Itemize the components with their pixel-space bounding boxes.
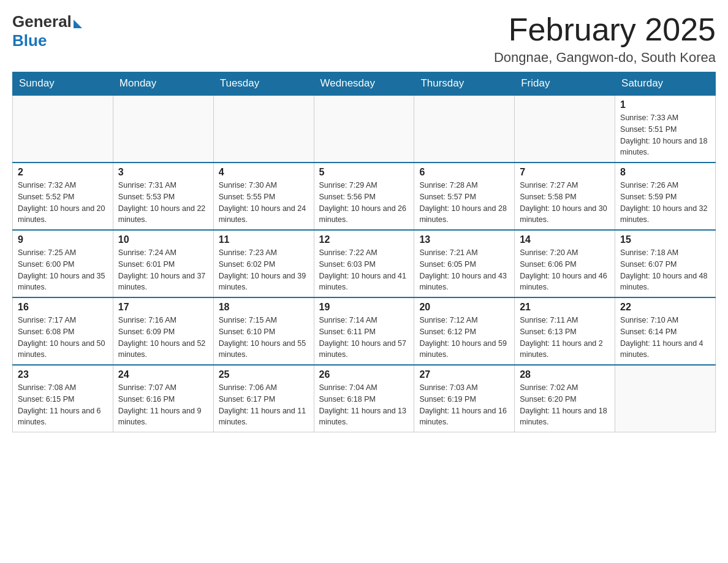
day-number: 3 — [118, 167, 208, 178]
day-info: Sunrise: 7:07 AMSunset: 6:16 PMDaylight:… — [118, 382, 208, 428]
calendar-week-row: 1Sunrise: 7:33 AMSunset: 5:51 PMDaylight… — [13, 95, 716, 163]
calendar-cell: 13Sunrise: 7:21 AMSunset: 6:05 PMDayligh… — [414, 230, 515, 297]
day-info: Sunrise: 7:26 AMSunset: 5:59 PMDaylight:… — [620, 180, 710, 226]
day-info: Sunrise: 7:20 AMSunset: 6:06 PMDaylight:… — [520, 247, 610, 293]
day-of-week-header: Saturday — [615, 72, 716, 96]
calendar-cell — [213, 95, 314, 163]
day-info: Sunrise: 7:30 AMSunset: 5:55 PMDaylight:… — [219, 180, 309, 226]
calendar-cell: 4Sunrise: 7:30 AMSunset: 5:55 PMDaylight… — [213, 163, 314, 230]
day-info: Sunrise: 7:17 AMSunset: 6:08 PMDaylight:… — [18, 315, 108, 361]
day-number: 2 — [18, 167, 108, 178]
calendar-week-row: 2Sunrise: 7:32 AMSunset: 5:52 PMDaylight… — [13, 163, 716, 230]
day-info: Sunrise: 7:04 AMSunset: 6:18 PMDaylight:… — [319, 382, 409, 428]
day-number: 17 — [118, 302, 208, 313]
calendar-cell: 15Sunrise: 7:18 AMSunset: 6:07 PMDayligh… — [615, 230, 716, 297]
calendar-cell: 26Sunrise: 7:04 AMSunset: 6:18 PMDayligh… — [314, 365, 414, 432]
day-info: Sunrise: 7:15 AMSunset: 6:10 PMDaylight:… — [219, 315, 309, 361]
month-title: February 2025 — [494, 12, 716, 47]
day-info: Sunrise: 7:08 AMSunset: 6:15 PMDaylight:… — [18, 382, 108, 428]
calendar-cell: 23Sunrise: 7:08 AMSunset: 6:15 PMDayligh… — [13, 365, 113, 432]
calendar-cell: 18Sunrise: 7:15 AMSunset: 6:10 PMDayligh… — [213, 297, 314, 365]
calendar-cell: 24Sunrise: 7:07 AMSunset: 6:16 PMDayligh… — [113, 365, 213, 432]
day-number: 22 — [620, 302, 710, 313]
calendar-cell — [113, 95, 213, 163]
calendar-cell: 22Sunrise: 7:10 AMSunset: 6:14 PMDayligh… — [615, 297, 716, 365]
calendar-cell: 8Sunrise: 7:26 AMSunset: 5:59 PMDaylight… — [615, 163, 716, 230]
calendar-cell — [13, 95, 113, 163]
day-number: 19 — [319, 302, 409, 313]
calendar-cell: 7Sunrise: 7:27 AMSunset: 5:58 PMDaylight… — [515, 163, 615, 230]
day-info: Sunrise: 7:14 AMSunset: 6:11 PMDaylight:… — [319, 315, 409, 361]
day-info: Sunrise: 7:23 AMSunset: 6:02 PMDaylight:… — [219, 247, 309, 293]
day-info: Sunrise: 7:10 AMSunset: 6:14 PMDaylight:… — [620, 315, 710, 361]
day-of-week-header: Friday — [515, 72, 615, 96]
calendar-cell: 17Sunrise: 7:16 AMSunset: 6:09 PMDayligh… — [113, 297, 213, 365]
day-info: Sunrise: 7:11 AMSunset: 6:13 PMDaylight:… — [520, 315, 610, 361]
day-number: 28 — [520, 369, 610, 380]
day-number: 20 — [419, 302, 509, 313]
day-number: 24 — [118, 369, 208, 380]
day-info: Sunrise: 7:02 AMSunset: 6:20 PMDaylight:… — [520, 382, 610, 428]
calendar-cell: 1Sunrise: 7:33 AMSunset: 5:51 PMDaylight… — [615, 95, 716, 163]
calendar-cell — [414, 95, 515, 163]
logo-general-text: General — [12, 12, 72, 31]
page-header: General Blue February 2025 Dongnae, Gang… — [12, 12, 716, 66]
day-info: Sunrise: 7:22 AMSunset: 6:03 PMDaylight:… — [319, 247, 409, 293]
calendar-cell: 27Sunrise: 7:03 AMSunset: 6:19 PMDayligh… — [414, 365, 515, 432]
day-number: 14 — [520, 234, 610, 245]
day-number: 26 — [319, 369, 409, 380]
calendar-cell: 16Sunrise: 7:17 AMSunset: 6:08 PMDayligh… — [13, 297, 113, 365]
calendar-cell: 14Sunrise: 7:20 AMSunset: 6:06 PMDayligh… — [515, 230, 615, 297]
day-info: Sunrise: 7:03 AMSunset: 6:19 PMDaylight:… — [419, 382, 509, 428]
calendar-cell: 21Sunrise: 7:11 AMSunset: 6:13 PMDayligh… — [515, 297, 615, 365]
logo-blue-text: Blue — [12, 31, 47, 50]
day-number: 16 — [18, 302, 108, 313]
day-number: 1 — [620, 99, 710, 110]
calendar-cell: 10Sunrise: 7:24 AMSunset: 6:01 PMDayligh… — [113, 230, 213, 297]
calendar-cell: 11Sunrise: 7:23 AMSunset: 6:02 PMDayligh… — [213, 230, 314, 297]
calendar-table: SundayMondayTuesdayWednesdayThursdayFrid… — [12, 72, 716, 432]
calendar-cell: 3Sunrise: 7:31 AMSunset: 5:53 PMDaylight… — [113, 163, 213, 230]
calendar-cell: 5Sunrise: 7:29 AMSunset: 5:56 PMDaylight… — [314, 163, 414, 230]
title-section: February 2025 Dongnae, Gangwon-do, South… — [494, 12, 716, 66]
day-info: Sunrise: 7:29 AMSunset: 5:56 PMDaylight:… — [319, 180, 409, 226]
day-info: Sunrise: 7:12 AMSunset: 6:12 PMDaylight:… — [419, 315, 509, 361]
calendar-cell: 2Sunrise: 7:32 AMSunset: 5:52 PMDaylight… — [13, 163, 113, 230]
day-info: Sunrise: 7:31 AMSunset: 5:53 PMDaylight:… — [118, 180, 208, 226]
calendar-week-row: 23Sunrise: 7:08 AMSunset: 6:15 PMDayligh… — [13, 365, 716, 432]
calendar-cell — [515, 95, 615, 163]
day-number: 21 — [520, 302, 610, 313]
calendar-week-row: 16Sunrise: 7:17 AMSunset: 6:08 PMDayligh… — [13, 297, 716, 365]
day-info: Sunrise: 7:21 AMSunset: 6:05 PMDaylight:… — [419, 247, 509, 293]
calendar-cell: 12Sunrise: 7:22 AMSunset: 6:03 PMDayligh… — [314, 230, 414, 297]
day-info: Sunrise: 7:16 AMSunset: 6:09 PMDaylight:… — [118, 315, 208, 361]
day-of-week-header: Sunday — [13, 72, 113, 96]
day-number: 9 — [18, 234, 108, 245]
day-number: 23 — [18, 369, 108, 380]
location-title: Dongnae, Gangwon-do, South Korea — [494, 50, 716, 66]
logo-arrow-icon — [74, 20, 82, 28]
day-number: 18 — [219, 302, 309, 313]
day-number: 27 — [419, 369, 509, 380]
calendar-cell: 9Sunrise: 7:25 AMSunset: 6:00 PMDaylight… — [13, 230, 113, 297]
day-of-week-header: Thursday — [414, 72, 515, 96]
day-info: Sunrise: 7:27 AMSunset: 5:58 PMDaylight:… — [520, 180, 610, 226]
day-number: 7 — [520, 167, 610, 178]
calendar-cell: 6Sunrise: 7:28 AMSunset: 5:57 PMDaylight… — [414, 163, 515, 230]
calendar-cell: 19Sunrise: 7:14 AMSunset: 6:11 PMDayligh… — [314, 297, 414, 365]
day-of-week-header: Tuesday — [213, 72, 314, 96]
day-number: 13 — [419, 234, 509, 245]
calendar-cell — [314, 95, 414, 163]
day-info: Sunrise: 7:32 AMSunset: 5:52 PMDaylight:… — [18, 180, 108, 226]
calendar-cell — [615, 365, 716, 432]
day-number: 6 — [419, 167, 509, 178]
day-number: 12 — [319, 234, 409, 245]
day-number: 25 — [219, 369, 309, 380]
day-number: 15 — [620, 234, 710, 245]
day-info: Sunrise: 7:24 AMSunset: 6:01 PMDaylight:… — [118, 247, 208, 293]
calendar-cell: 25Sunrise: 7:06 AMSunset: 6:17 PMDayligh… — [213, 365, 314, 432]
day-info: Sunrise: 7:18 AMSunset: 6:07 PMDaylight:… — [620, 247, 710, 293]
calendar-week-row: 9Sunrise: 7:25 AMSunset: 6:00 PMDaylight… — [13, 230, 716, 297]
calendar-cell: 28Sunrise: 7:02 AMSunset: 6:20 PMDayligh… — [515, 365, 615, 432]
day-number: 4 — [219, 167, 309, 178]
